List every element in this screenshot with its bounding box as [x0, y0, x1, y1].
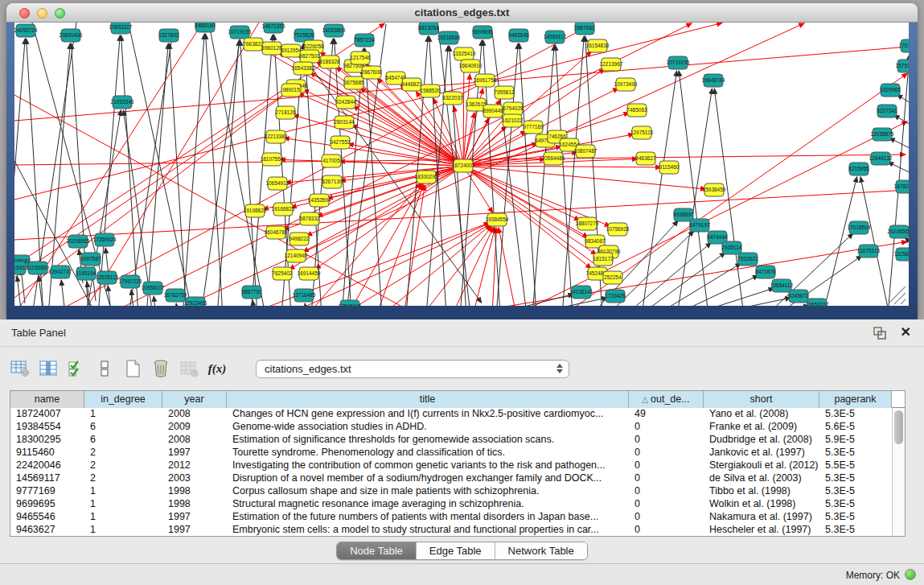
tab-node-table[interactable]: Node Table: [337, 542, 417, 559]
table-row[interactable]: 946362711997Embryonic stem cells: a mode…: [10, 524, 892, 536]
table-cell[interactable]: 5.6E-5: [819, 421, 892, 434]
table-cell[interactable]: 5.3E-5: [819, 447, 892, 459]
table-cell[interactable]: 0: [629, 524, 704, 536]
column-header-pagerank[interactable]: pagerank: [819, 391, 892, 408]
table-cell[interactable]: 19384554: [10, 421, 84, 434]
table-cell[interactable]: 0: [629, 434, 704, 447]
table-scrollbar[interactable]: [892, 408, 905, 536]
table-cell[interactable]: Tourette syndrome. Phenomenology and cla…: [227, 447, 629, 459]
table-cell[interactable]: Nakamura et al. (1997): [704, 511, 819, 524]
table-cell[interactable]: Estimation of the future numbers of pati…: [227, 511, 629, 524]
delete-table-icon[interactable]: [179, 358, 199, 379]
table-cell[interactable]: 1: [84, 511, 162, 524]
network-view[interactable]: 2405572420691406106533271527602846616010…: [14, 23, 909, 306]
table-cell[interactable]: de Silva et al. (2003): [704, 472, 819, 485]
table-row[interactable]: 1872400712008Changes of HCN gene express…: [10, 408, 892, 421]
tab-network-table[interactable]: Network Table: [495, 542, 587, 559]
table-cell[interactable]: 5.3E-5: [819, 511, 892, 524]
table-row[interactable]: 977716911998Corpus callosum shape and si…: [10, 485, 892, 498]
table-cell[interactable]: 1: [84, 498, 162, 511]
table-cell[interactable]: Stergiakouli et al. (2012): [704, 459, 819, 472]
table-cell[interactable]: Estimation of significance thresholds fo…: [227, 434, 629, 447]
table-cell[interactable]: 2003: [162, 472, 227, 485]
table-cell[interactable]: 0: [629, 472, 704, 485]
table-cell[interactable]: Corpus callosum shape and size in male p…: [227, 485, 629, 498]
table-cell[interactable]: 9463627: [10, 524, 84, 536]
table-cell[interactable]: 5.3E-5: [819, 498, 892, 511]
table-cell[interactable]: Franke et al. (2009): [704, 421, 819, 434]
table-cell[interactable]: 9699695: [10, 498, 84, 511]
table-row[interactable]: 1456911722003Disruption of a novel membe…: [10, 472, 892, 485]
table-cell[interactable]: 14569117: [10, 472, 84, 485]
table-cell[interactable]: 1998: [162, 498, 227, 511]
table-cell[interactable]: 0: [629, 485, 704, 498]
create-column-icon[interactable]: [122, 358, 143, 379]
float-panel-icon[interactable]: [873, 326, 887, 340]
table-cell[interactable]: Embryonic stem cells: a model to study s…: [227, 524, 629, 536]
table-cell[interactable]: 2012: [162, 459, 227, 472]
network-canvas[interactable]: 2405572420691406106533271527602846616010…: [14, 23, 909, 306]
column-header-year[interactable]: year: [162, 391, 227, 408]
table-cell[interactable]: 49: [629, 408, 704, 421]
column-header-name[interactable]: name: [10, 391, 84, 408]
table-cell[interactable]: Genome-wide association studies in ADHD.: [227, 421, 629, 434]
table-cell[interactable]: 0: [629, 511, 704, 524]
table-cell[interactable]: 1: [84, 485, 162, 498]
table-cell[interactable]: Hescheler et al. (1997): [704, 524, 819, 536]
table-cell[interactable]: 1998: [162, 485, 227, 498]
table-cell[interactable]: Structural magnetic resonance image aver…: [227, 498, 629, 511]
table-cell[interactable]: Jankovic et al. (1997): [704, 447, 819, 459]
table-cell[interactable]: 5.5E-5: [819, 459, 892, 472]
table-selector[interactable]: citations_edges.txt: [256, 360, 569, 378]
table-cell[interactable]: Yano et al. (2008): [704, 408, 819, 421]
table-cell[interactable]: 5.3E-5: [819, 524, 892, 536]
row-options-icon[interactable]: [94, 358, 115, 379]
table-cell[interactable]: 5.3E-5: [819, 485, 892, 498]
table-row[interactable]: 2242004622012Investigating the contribut…: [10, 459, 892, 472]
table-cell[interactable]: Dudbridge et al. (2008): [704, 434, 819, 447]
table-cell[interactable]: 1997: [162, 447, 227, 459]
table-cell[interactable]: 1: [84, 524, 162, 536]
table-cell[interactable]: 2: [84, 447, 162, 459]
resize-grip-icon[interactable]: [888, 286, 906, 304]
table-row[interactable]: 1938455462009Genome-wide association stu…: [10, 421, 892, 434]
select-columns-icon[interactable]: [38, 358, 59, 379]
table-row[interactable]: 911546021997Tourette syndrome. Phenomeno…: [10, 447, 892, 459]
table-cell[interactable]: 0: [629, 498, 704, 511]
table-row[interactable]: 969969511998Structural magnetic resonanc…: [10, 498, 892, 511]
scrollbar-thumb[interactable]: [894, 410, 903, 444]
table-cell[interactable]: 1997: [162, 524, 227, 536]
table-cell[interactable]: 0: [629, 447, 704, 459]
column-header-in_degree[interactable]: in_degree: [84, 391, 162, 408]
table-cell[interactable]: 2009: [162, 421, 227, 434]
table-cell[interactable]: 1: [84, 408, 162, 421]
table-cell[interactable]: Tibbo et al. (1998): [704, 485, 819, 498]
table-cell[interactable]: 5.9E-5: [819, 434, 892, 447]
table-cell[interactable]: 5.3E-5: [819, 408, 892, 421]
table-cell[interactable]: 9465546: [10, 511, 84, 524]
table-cell[interactable]: 2008: [162, 434, 227, 447]
table-cell[interactable]: 18724007: [10, 408, 84, 421]
table-cell[interactable]: 2: [84, 459, 162, 472]
table-settings-icon[interactable]: [10, 358, 31, 379]
table-cell[interactable]: 2008: [162, 408, 227, 421]
table-cell[interactable]: 1997: [162, 511, 227, 524]
table-cell[interactable]: 6: [84, 421, 162, 434]
table-cell[interactable]: 0: [629, 421, 704, 434]
close-panel-icon[interactable]: ✕: [901, 324, 911, 340]
tab-edge-table[interactable]: Edge Table: [417, 542, 495, 559]
table-cell[interactable]: 5.3E-5: [819, 472, 892, 485]
table-cell[interactable]: Disruption of a novel member of a sodium…: [227, 472, 629, 485]
table-cell[interactable]: 22420046: [10, 459, 84, 472]
table-cell[interactable]: 2: [84, 472, 162, 485]
column-header-short[interactable]: short: [704, 391, 819, 408]
table-cell[interactable]: Changes of HCN gene expression and I(f) …: [227, 408, 629, 421]
delete-column-icon[interactable]: [150, 358, 171, 379]
window-title-bar[interactable]: citations_edges.txt: [6, 3, 918, 23]
column-checks-icon[interactable]: [66, 358, 87, 379]
column-header-out_de[interactable]: △out_de...: [629, 391, 704, 408]
table-row[interactable]: 1830029562008Estimation of significance …: [10, 434, 892, 447]
function-builder-icon[interactable]: f(x): [207, 358, 228, 379]
column-header-title[interactable]: title: [227, 391, 629, 408]
table-cell[interactable]: 9115460: [10, 447, 84, 459]
